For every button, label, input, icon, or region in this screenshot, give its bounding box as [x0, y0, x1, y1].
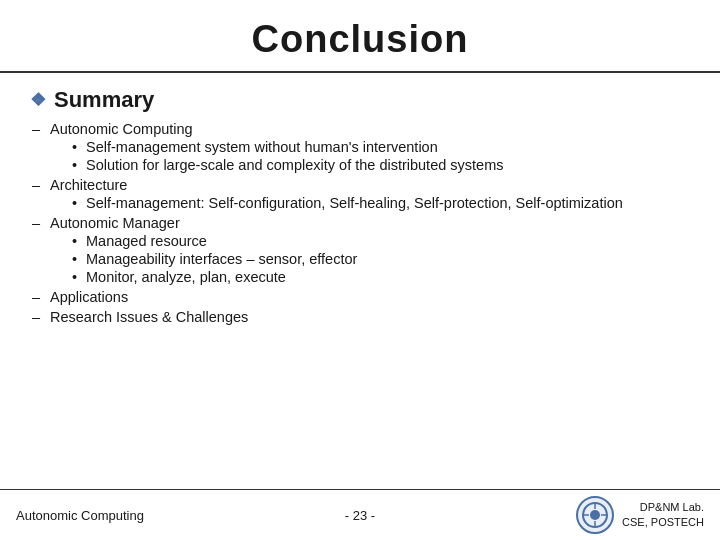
lab-name: DP&NM Lab.	[622, 500, 704, 515]
svg-point-1	[590, 510, 600, 520]
slide-header: Conclusion	[0, 0, 720, 73]
list-item: Self-management system without human's i…	[72, 139, 690, 155]
inner-list: Managed resource Manageability interface…	[50, 233, 690, 285]
slide-content: ❖ Summary Autonomic Computing Self-manag…	[0, 73, 720, 339]
footer-page-number: - 23 -	[345, 508, 375, 523]
logo-svg	[581, 501, 609, 529]
list-item: Autonomic Manager Managed resource Manag…	[40, 215, 690, 285]
slide-title: Conclusion	[20, 18, 700, 61]
list-item: Self-management: Self-configuration, Sel…	[72, 195, 690, 211]
footer-right: DP&NM Lab. CSE, POSTECH	[576, 496, 704, 534]
list-item: Architecture Self-management: Self-confi…	[40, 177, 690, 211]
list-item: Autonomic Computing Self-management syst…	[40, 121, 690, 173]
list-item: Manageability interfaces – sensor, effec…	[72, 251, 690, 267]
summary-heading: ❖ Summary	[30, 87, 690, 113]
inner-list: Self-management system without human's i…	[50, 139, 690, 173]
list-item: Applications	[40, 289, 690, 305]
list-item: Solution for large-scale and complexity …	[72, 157, 690, 173]
slide-footer: Autonomic Computing - 23 - DP&NM Lab. CS…	[0, 489, 720, 540]
lab-logo	[576, 496, 614, 534]
footer-lab-text: DP&NM Lab. CSE, POSTECH	[622, 500, 704, 531]
lab-institution: CSE, POSTECH	[622, 515, 704, 530]
list-item: Research Issues & Challenges	[40, 309, 690, 325]
list-item: Managed resource	[72, 233, 690, 249]
list-item: Monitor, analyze, plan, execute	[72, 269, 690, 285]
footer-left-label: Autonomic Computing	[16, 508, 144, 523]
slide: Conclusion ❖ Summary Autonomic Computing…	[0, 0, 720, 540]
inner-list: Self-management: Self-configuration, Sel…	[50, 195, 690, 211]
outer-list: Autonomic Computing Self-management syst…	[30, 121, 690, 325]
diamond-icon: ❖	[30, 89, 46, 111]
summary-label: Summary	[54, 87, 154, 113]
